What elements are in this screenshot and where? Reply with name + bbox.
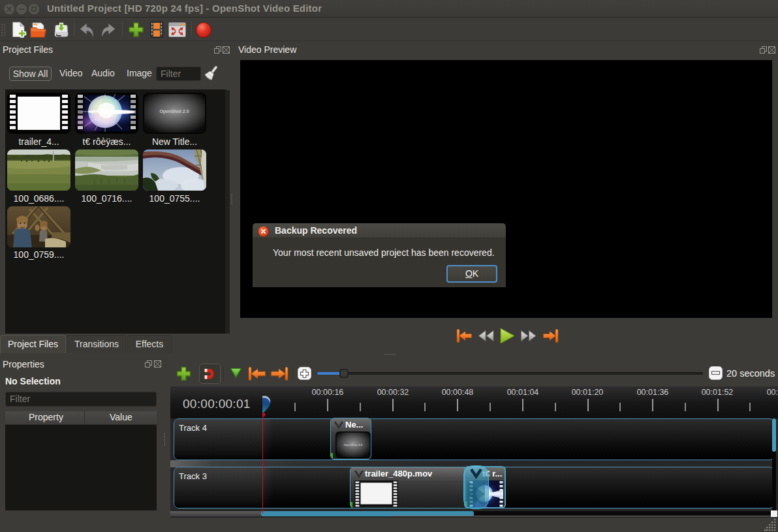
svg-text:OpenShot 2.0: OpenShot 2.0 <box>344 443 363 446</box>
svg-text:OpenShot 2.0: OpenShot 2.0 <box>159 109 189 114</box>
